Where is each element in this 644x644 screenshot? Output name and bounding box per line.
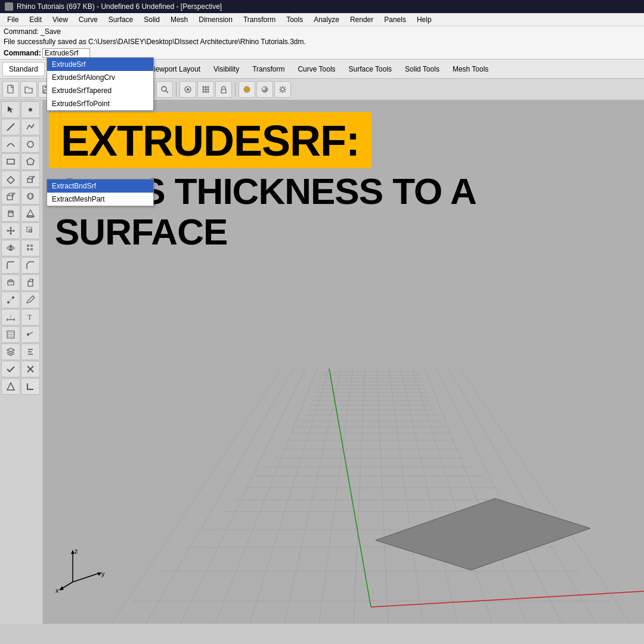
menu-bar: File Edit View Curve Surface Solid Mesh … [0,13,644,26]
cancel-icon[interactable] [21,361,40,377]
group-icon[interactable] [1,274,20,291]
polygon-icon[interactable] [21,153,40,170]
tab-curve-tools[interactable]: Curve Tools [291,62,342,76]
command-input-row[interactable]: Command: ExtrudeSrf [4,48,640,58]
command-prompt-value[interactable]: ExtrudeSrf [42,48,90,58]
menu-surface[interactable]: Surface [104,14,138,25]
svg-line-7 [166,91,168,93]
line-icon[interactable] [1,119,20,135]
menu-curve[interactable]: Curve [74,14,103,25]
svg-marker-73 [7,383,14,390]
command-line2: File successfully saved as C:\Users\DAIS… [4,37,640,47]
array-icon[interactable] [21,240,40,256]
sidebar-row-13: T [1,309,41,326]
lock-button[interactable] [215,81,232,98]
sidebar-row-14 [1,326,41,343]
menu-tools[interactable]: Tools [281,14,308,25]
mirror-icon[interactable] [1,240,20,256]
extrude-icon[interactable] [21,171,40,187]
autocomplete-item-3[interactable]: ExtrudeSrfToPoint [47,97,153,110]
svg-text:y: y [101,570,105,577]
move-icon[interactable] [1,222,20,239]
block-icon[interactable] [21,274,40,291]
sidebar-row-9 [1,240,41,256]
cone-icon[interactable] [21,205,40,222]
new-button[interactable] [2,81,19,98]
cylinder-icon[interactable] [1,205,20,222]
sphere-icon[interactable] [21,188,40,205]
menu-solid[interactable]: Solid [139,14,165,25]
annotation-icon[interactable] [21,326,40,343]
sidebar-row-10 [1,257,41,274]
menu-help[interactable]: Help [412,14,436,25]
autocomplete-dropdown2[interactable]: ExtractBndSrf ExtractMeshPart [47,179,154,206]
svg-point-21 [29,108,32,112]
sidebar-row-11 [1,274,41,291]
rectangle-icon[interactable] [1,153,20,170]
dimension-icon[interactable] [1,309,20,326]
svg-line-56 [8,298,13,302]
menu-dimension[interactable]: Dimension [194,14,237,25]
triangle-icon[interactable] [1,378,20,395]
chamfer-icon[interactable] [21,257,40,274]
select-mode-icon[interactable] [1,101,20,118]
svg-text:z: z [75,547,78,555]
svg-rect-46 [27,244,29,247]
fillet-icon[interactable] [1,257,20,274]
tab-transform[interactable]: Transform [246,62,291,76]
snap-button[interactable] [179,81,196,98]
circle-icon[interactable] [21,136,40,153]
menu-mesh[interactable]: Mesh [166,14,193,25]
sidebar-row-12 [1,292,41,308]
svg-rect-0 [8,85,13,93]
material-button[interactable] [239,81,255,98]
menu-transform[interactable]: Transform [239,14,280,25]
scale-icon[interactable] [21,222,40,239]
svg-marker-40 [13,230,15,232]
arc-icon[interactable] [1,136,20,153]
settings-button[interactable] [274,81,291,98]
polyline-icon[interactable] [21,119,40,135]
point-icon[interactable] [21,101,40,118]
tab-solid-tools[interactable]: Solid Tools [398,62,446,76]
svg-rect-27 [7,196,13,200]
toolbar-sep4 [235,82,236,97]
command-area: Command: _Save File successfully saved a… [0,26,644,60]
annotation-subtext2: SURFACE [55,211,227,252]
sidebar-row-4 [1,153,41,170]
grid-snap-button[interactable] [197,81,214,98]
svg-point-17 [244,86,250,92]
menu-render[interactable]: Render [345,14,378,25]
check-icon[interactable] [1,361,20,377]
tab-standard[interactable]: Standard [2,62,45,76]
annotation-headline: EXTRUDESRF: [49,112,371,168]
surface-icon[interactable] [1,171,20,187]
sidebar-row-7 [1,205,41,222]
menu-panels[interactable]: Panels [379,14,411,25]
point-edit-icon[interactable] [1,292,20,308]
menu-analyze[interactable]: Analyze [309,14,344,25]
svg-rect-26 [27,179,32,182]
menu-view[interactable]: View [48,14,73,25]
properties-icon[interactable] [21,343,40,360]
tab-surface-tools[interactable]: Surface Tools [342,62,399,76]
corner-icon[interactable] [21,378,40,395]
zoom-button[interactable] [156,81,173,98]
layer-icon[interactable] [1,343,20,360]
text-icon[interactable]: T [21,309,40,326]
tab-mesh-tools[interactable]: Mesh Tools [446,62,495,76]
menu-file[interactable]: File [2,14,23,25]
render-button[interactable] [256,81,273,98]
edit-icon[interactable] [21,292,40,308]
autocomplete-dropdown[interactable]: ExtrudeSrf ExtrudeSrfAlongCrv ExtrudeSrf… [47,57,154,111]
autocomplete-item-0[interactable]: ExtrudeSrf [47,58,153,71]
tab-visibility[interactable]: Visibility [207,62,246,76]
autocomplete-item-1[interactable]: ExtrudeSrfAlongCrv [47,71,153,84]
autocomplete-item2-0[interactable]: ExtractBndSrf [47,179,153,193]
menu-edit[interactable]: Edit [24,14,47,25]
hatch-icon[interactable] [1,326,20,343]
autocomplete-item2-1[interactable]: ExtractMeshPart [47,193,153,206]
open-button[interactable] [20,81,37,98]
box-icon[interactable] [1,188,20,205]
autocomplete-item-2[interactable]: ExtrudeSrfTapered [47,84,153,97]
